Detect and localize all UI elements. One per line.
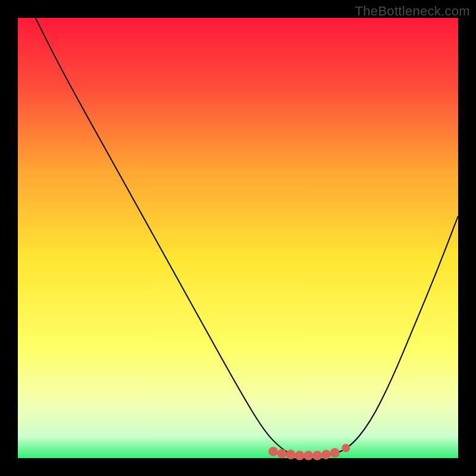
marker-dot: [268, 447, 278, 456]
marker-dot: [330, 448, 340, 458]
marker-dot: [277, 449, 287, 459]
marker-dot: [303, 451, 313, 461]
marker-dot: [342, 444, 350, 452]
plot-background: [18, 18, 458, 458]
marker-dot: [295, 451, 305, 461]
marker-dot: [286, 450, 296, 459]
chart-container: TheBottleneck.com: [0, 0, 476, 476]
marker-dot: [312, 451, 322, 461]
watermark-text: TheBottleneck.com: [355, 4, 470, 19]
marker-dot: [321, 450, 331, 459]
bottleneck-chart: [0, 0, 476, 476]
